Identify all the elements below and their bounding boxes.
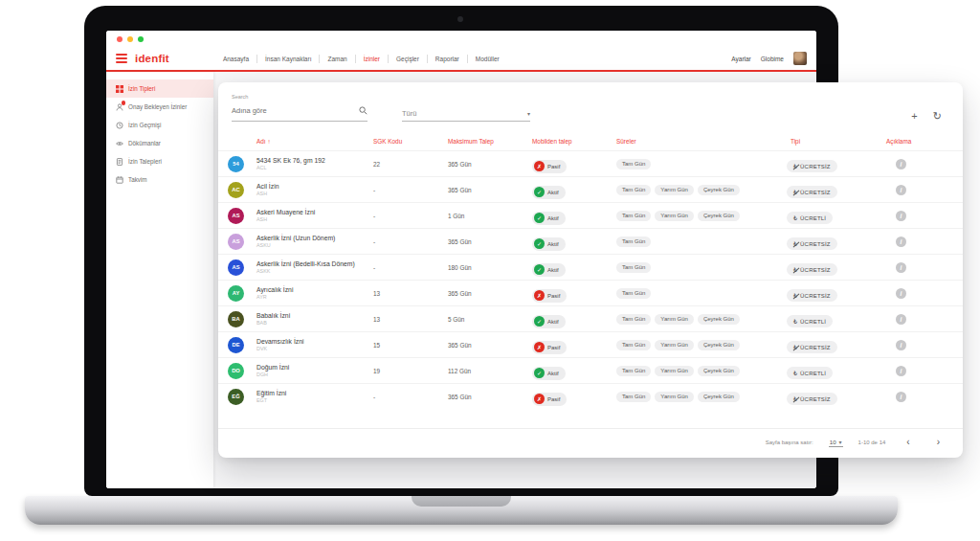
leave-code: DGH (256, 372, 373, 377)
column-header-sureler[interactable]: Süreler (616, 138, 779, 145)
column-header-aciklama[interactable]: Açıklama (886, 138, 953, 145)
add-button[interactable]: + (911, 111, 917, 122)
nav-item-izinler[interactable]: İzinler (355, 55, 388, 63)
sidebar-item-dokumanlar[interactable]: Dökümanlar (106, 134, 213, 152)
user-name[interactable]: Globime (761, 56, 784, 62)
duration-chip: Tam Gün (616, 237, 651, 247)
duration-chip: Tam Gün (616, 288, 651, 299)
search-input[interactable]: Search Adına göre (232, 94, 368, 122)
next-page-button[interactable]: › (931, 438, 946, 447)
leave-code: EGT (256, 397, 373, 403)
settings-link[interactable]: Ayarlar (731, 56, 750, 62)
nav-item-moduller[interactable]: Modüller (467, 55, 507, 63)
duration-chip: Tam Gün (616, 211, 651, 221)
minimize-window-button[interactable] (127, 36, 133, 42)
status-icon: ✓ (534, 238, 545, 249)
lira-icon: ₺ (793, 395, 797, 403)
sidebar-item-takvim[interactable]: Takvim (106, 170, 213, 189)
status-icon: ✓ (534, 316, 545, 327)
duration-chips: Tam GünYarım GünÇeyrek Gün (616, 314, 779, 325)
sidebar-item-onay-bekleyen-izinler[interactable]: Onay Bekleyen İzinler (106, 98, 213, 116)
sidebar-item-label: İzin Talepleri (128, 158, 162, 165)
avatar: EĞ (228, 389, 244, 405)
status-icon: ✓ (534, 368, 545, 378)
info-icon[interactable]: i (896, 262, 906, 273)
sidebar-item-izin-gecmisi[interactable]: İzin Geçmişi (106, 116, 213, 134)
nav-item-zaman[interactable]: Zaman (319, 55, 354, 63)
table-row[interactable]: AC Acil İzin ASH - 365 Gün ✓ Aktif Tam G… (218, 176, 963, 202)
max-request: 112 Gün (448, 368, 532, 374)
info-icon[interactable]: i (896, 340, 906, 350)
max-request: 365 Gün (448, 394, 532, 400)
info-icon[interactable]: i (896, 237, 906, 247)
duration-chip: Çeyrek Gün (698, 366, 740, 376)
duration-chip: Çeyrek Gün (698, 392, 740, 402)
nav-item-anasayfa[interactable]: Anasayfa (215, 55, 256, 63)
refresh-button[interactable]: ↻ (933, 111, 942, 122)
leave-name: Devamsızlık İzni (256, 338, 373, 345)
table-toolbar: Search Adına göre Türü ▾ + ↻ (218, 92, 963, 131)
chevron-down-icon: ▾ (839, 439, 842, 445)
info-icon[interactable]: i (896, 288, 906, 299)
avatar: DE (228, 337, 244, 353)
maximize-window-button[interactable] (138, 36, 144, 42)
table-row[interactable]: AS Askerlik İzni (Uzun Dönem) ASKU - 365… (218, 228, 963, 254)
laptop-base (25, 496, 898, 525)
info-icon[interactable]: i (896, 392, 906, 402)
menu-icon[interactable] (116, 54, 127, 63)
table-row[interactable]: AY Ayrıcalık İzni AYR 13 365 Gün ✗ Pasif… (218, 280, 963, 305)
sidebar-item-izin-talepleri[interactable]: İzin Talepleri (106, 152, 213, 170)
user-avatar[interactable] (793, 52, 807, 65)
rows-per-page-label: Sayfa başına satır: (766, 440, 813, 445)
avatar: 54 (228, 156, 244, 172)
info-icon[interactable]: i (896, 211, 906, 221)
column-header-adi[interactable]: Adı↑ (256, 138, 373, 145)
column-header-tipi[interactable]: Tipi (779, 138, 886, 145)
type-filter-select[interactable]: Türü ▾ (402, 109, 530, 122)
column-header-sgk[interactable]: SGK Kodu (373, 138, 448, 145)
table-row[interactable]: 54 5434 SK Ek 76, gm 192 ACL 22 365 Gün … (218, 150, 963, 176)
table-row[interactable]: AS Askeri Muayene İzni ASH - 1 Gün ✓ Akt… (218, 202, 963, 228)
type-label: ÜCRETSİZ (800, 293, 831, 299)
history-icon (115, 121, 123, 129)
search-icon[interactable] (359, 101, 368, 119)
table-row[interactable]: AS Askerlik İzni (Bedelli-Kısa Dönem) AS… (218, 254, 963, 280)
sgk-code: 15 (373, 342, 448, 349)
max-request: 365 Gün (448, 342, 532, 349)
table-row[interactable]: BA Babalık İzni BAB 13 5 Gün ✓ Aktif Tam… (218, 305, 963, 331)
table-row[interactable]: DO Doğum İzni DGH 19 112 Gün ✓ Aktif Tam… (218, 357, 963, 383)
nav-item-raporlar[interactable]: Raporlar (427, 55, 467, 63)
sidebar-item-label: Dökümanlar (128, 140, 161, 147)
table-row[interactable]: EĞ Eğitim İzni EGT - 365 Gün ✗ Pasif Tam… (218, 383, 963, 409)
app-header: idenfit Anasayfa İnsan Kaynakları Zaman … (106, 47, 816, 72)
info-icon[interactable]: i (896, 314, 906, 325)
column-header-max[interactable]: Maksimum Talep (448, 138, 532, 145)
duration-chip: Çeyrek Gün (698, 340, 740, 350)
nav-item-gecisler[interactable]: Geçişler (388, 55, 427, 63)
rows-per-page-select[interactable]: 10 ▾ (829, 439, 843, 447)
sidebar-item-label: Onay Bekleyen İzinler (128, 103, 187, 110)
sidebar-item-izin-tipleri[interactable]: İzin Tipleri (106, 79, 213, 98)
duration-chip: Yarım Gün (655, 366, 694, 376)
table-body: 54 5434 SK Ek 76, gm 192 ACL 22 365 Gün … (218, 150, 963, 409)
search-label: Search (232, 94, 368, 100)
type-badge: ₺ ÜCRETLİ (787, 367, 833, 379)
laptop-base-notch (412, 496, 511, 507)
type-label: ÜCRETLİ (800, 371, 826, 376)
pagination-bar: Sayfa başına satır: 10 ▾ 1-10 de 14 ‹ › (218, 428, 963, 458)
webcam-dot (457, 16, 463, 22)
avatar: BA (228, 311, 244, 327)
sort-ascending-icon: ↑ (268, 138, 271, 145)
table-row[interactable]: DE Devamsızlık İzni DVK 15 365 Gün ✗ Pas… (218, 331, 963, 357)
close-window-button[interactable] (117, 36, 122, 42)
nav-item-insan-kaynaklari[interactable]: İnsan Kaynakları (256, 55, 319, 63)
info-icon[interactable]: i (896, 185, 906, 195)
status-badge: ✗ Pasif (532, 289, 567, 303)
avatar: AS (228, 234, 244, 250)
avatar: AC (228, 182, 244, 198)
column-header-mobil[interactable]: Mobilden talep (532, 138, 616, 145)
info-icon[interactable]: i (896, 159, 906, 169)
previous-page-button[interactable]: ‹ (901, 438, 915, 447)
status-label: Pasif (547, 396, 560, 402)
info-icon[interactable]: i (896, 366, 906, 376)
